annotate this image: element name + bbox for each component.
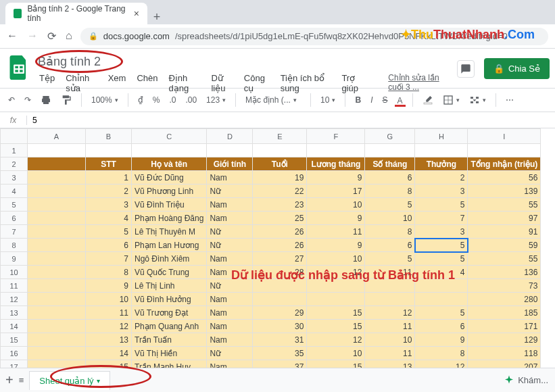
cell[interactable]: 22	[253, 185, 307, 198]
row-header[interactable]: 9	[1, 252, 28, 266]
cell[interactable]: 12	[307, 266, 365, 279]
cell[interactable]: 7	[415, 212, 468, 225]
cell[interactable]: 6	[365, 239, 415, 252]
menu-file[interactable]: Tệp	[35, 72, 59, 95]
cell[interactable]: Trần Tuấn	[132, 333, 207, 347]
cell[interactable]: 5	[415, 252, 468, 266]
col-header[interactable]: D	[207, 129, 253, 144]
text-color-button[interactable]: A	[395, 94, 406, 107]
cell[interactable]: 280	[468, 293, 541, 306]
row-header[interactable]: 8	[1, 239, 28, 252]
sheets-logo-icon[interactable]	[7, 55, 31, 80]
col-header[interactable]: F	[307, 129, 365, 144]
cell[interactable]	[415, 279, 468, 293]
cell[interactable]	[307, 279, 365, 293]
row-header[interactable]: 6	[1, 212, 28, 225]
cell[interactable]: 11	[365, 347, 415, 360]
cell[interactable]: 8	[415, 347, 468, 360]
menu-help[interactable]: Trợ giúp	[337, 72, 370, 95]
cell[interactable]: 28	[253, 266, 307, 279]
font-size-select[interactable]: 10	[318, 93, 338, 107]
cell[interactable]	[365, 144, 415, 157]
menu-format[interactable]: Định dạng	[164, 72, 204, 95]
table-header-cell[interactable]: Giới tính	[207, 157, 253, 171]
more-toolbar-icon[interactable]: ⋯	[503, 93, 516, 107]
cell[interactable]: 11	[365, 266, 415, 279]
cell[interactable]: 11	[307, 225, 365, 239]
row-header[interactable]: 11	[1, 279, 28, 293]
strike-button[interactable]: S	[379, 93, 390, 107]
bold-button[interactable]: B	[352, 93, 364, 107]
cell[interactable]: 25	[253, 212, 307, 225]
format-currency-icon[interactable]: ₫	[135, 93, 146, 107]
doc-title[interactable]: Bảng tính 2	[35, 53, 457, 70]
table-header-cell[interactable]: Họ và tên	[132, 157, 207, 171]
cell[interactable]	[86, 144, 132, 157]
cell[interactable]: 55	[468, 252, 541, 266]
cell[interactable]: 10	[307, 252, 365, 266]
cell[interactable]: 14	[86, 347, 132, 360]
cell[interactable]: 30	[253, 320, 307, 333]
menu-view[interactable]: Xem	[104, 72, 130, 95]
cell[interactable]: 5	[415, 306, 468, 320]
cell[interactable]: Nam	[207, 252, 253, 266]
cell[interactable]: 10	[307, 347, 365, 360]
reload-icon[interactable]: ⟳	[47, 30, 56, 43]
cell[interactable]	[207, 144, 253, 157]
cell[interactable]	[28, 144, 86, 157]
cell[interactable]: 10	[86, 293, 132, 306]
cell[interactable]: 10	[365, 333, 415, 347]
cell[interactable]: 10	[307, 198, 365, 212]
number-format-select[interactable]: 123	[203, 93, 228, 107]
home-icon[interactable]: ⌂	[66, 30, 72, 43]
cell[interactable]: 73	[468, 279, 541, 293]
dec-decimal-icon[interactable]: .0	[166, 93, 178, 107]
cell[interactable]	[253, 279, 307, 293]
cell[interactable]: 15	[307, 320, 365, 333]
cell[interactable]: 9	[307, 239, 365, 252]
col-header[interactable]: B	[86, 129, 132, 144]
cell[interactable]: 129	[468, 333, 541, 347]
col-header[interactable]: I	[468, 129, 541, 144]
formula-input[interactable]: 5	[27, 116, 37, 125]
cell[interactable]: 35	[253, 347, 307, 360]
sheet-tab-menu-icon[interactable]: ▾	[97, 377, 100, 385]
cell[interactable]: 11	[365, 320, 415, 333]
comments-icon[interactable]	[457, 60, 475, 78]
cell[interactable]: Vũ Phương Linh	[132, 185, 207, 198]
cell[interactable]: 8	[365, 185, 415, 198]
cell[interactable]	[365, 279, 415, 293]
cell[interactable]	[253, 144, 307, 157]
font-select[interactable]: Mặc định (...	[243, 93, 304, 107]
cell[interactable]: 6	[415, 320, 468, 333]
cell[interactable]: 10	[365, 212, 415, 225]
cell[interactable]: Vũ Đình Hưởng	[132, 293, 207, 306]
row-header[interactable]: 12	[1, 293, 28, 306]
cell[interactable]: 8	[365, 225, 415, 239]
cell[interactable]: 8	[86, 266, 132, 279]
cell[interactable]: 185	[468, 306, 541, 320]
row-header[interactable]: 4	[1, 185, 28, 198]
col-header[interactable]: G	[365, 129, 415, 144]
cell[interactable]: 11	[86, 306, 132, 320]
cell[interactable]: 6	[365, 171, 415, 185]
share-button[interactable]: 🔒 Chia Sẻ	[484, 58, 550, 79]
cell[interactable]: Nam	[207, 306, 253, 320]
cell[interactable]: 3	[86, 198, 132, 212]
col-header[interactable]: H	[415, 129, 468, 144]
cell[interactable]: 31	[253, 333, 307, 347]
spreadsheet-grid[interactable]: ABCDEFGHI12STTHọ và tênGiới tínhTuổiLươn…	[0, 128, 555, 392]
cell[interactable]: 3	[415, 185, 468, 198]
table-header-cell[interactable]: Số tháng	[365, 157, 415, 171]
cell[interactable]: 139	[468, 185, 541, 198]
cell[interactable]: Nam	[207, 320, 253, 333]
cell[interactable]: Nam	[207, 293, 253, 306]
cell[interactable]: Nam	[207, 333, 253, 347]
add-sheet-button[interactable]: +	[5, 372, 14, 388]
back-icon[interactable]: ←	[7, 30, 18, 43]
cell[interactable]: 97	[468, 212, 541, 225]
row-header[interactable]: 3	[1, 171, 28, 185]
row-header[interactable]: 1	[1, 144, 28, 157]
cell[interactable]: 13	[86, 333, 132, 347]
table-header-cell[interactable]: STT	[86, 157, 132, 171]
